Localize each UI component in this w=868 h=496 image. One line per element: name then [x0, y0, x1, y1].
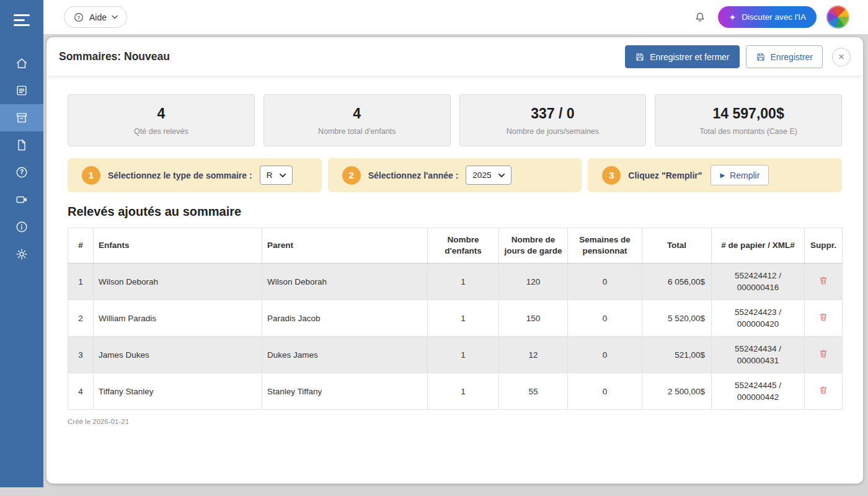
archive-icon: [15, 111, 29, 125]
cell-jours-garde: 150: [499, 300, 568, 337]
col-header-papier: # de papier / XML#: [712, 228, 805, 264]
cell-papier: 552424434 / 000000431: [712, 337, 805, 373]
ai-chat-button[interactable]: ✦ Discuter avec l'IA: [718, 6, 817, 28]
cell-papier: 552424445 / 000000442: [712, 373, 805, 410]
table-row: 4 Tiffany Stanley Stanley Tiffany 1 55 0…: [68, 373, 843, 410]
stat-label: Nombre de jours/semaines: [507, 127, 599, 136]
stat-card-enfants: 4 Nombre total d'enfants: [264, 94, 451, 146]
page-title: Sommaires: Nouveau: [59, 50, 170, 63]
col-header-total: Total: [642, 228, 712, 264]
trash-icon: [818, 312, 828, 322]
sidebar-item-list[interactable]: [0, 77, 43, 104]
stat-card-releves: 4 Qté des relevés: [68, 94, 255, 146]
sidebar-item-archive[interactable]: [0, 104, 43, 131]
save-and-close-button[interactable]: Enregistrer et fermer: [625, 45, 739, 68]
cell-enfant: James Dukes: [94, 337, 262, 373]
play-icon: ▶: [720, 172, 725, 179]
svg-text:?: ?: [78, 14, 81, 20]
content-area: Sommaires: Nouveau Enregistrer et fermer…: [43, 34, 868, 487]
avatar[interactable]: [826, 6, 849, 29]
sidebar-item-video[interactable]: [0, 186, 43, 213]
save-label: Enregistrer: [771, 52, 813, 62]
cell-total: 5 520,00$: [642, 300, 712, 337]
table-row: 2 William Paradis Paradis Jacob 1 150 0 …: [68, 300, 843, 337]
help-button[interactable]: ? Aide: [64, 6, 127, 28]
delete-row-button[interactable]: [817, 347, 830, 362]
save-button[interactable]: Enregistrer: [746, 45, 823, 68]
sidebar: ?: [0, 0, 43, 487]
close-icon: ×: [838, 51, 844, 62]
cell-nb-enfants: 1: [428, 300, 499, 337]
cell-nb-enfants: 1: [428, 264, 499, 300]
year-value: 2025: [472, 170, 491, 180]
stat-label: Total des montants (Case E): [699, 127, 797, 136]
stat-value: 4: [353, 105, 361, 122]
col-header-jours-garde: Nombre de jours de garde: [499, 228, 568, 264]
cell-semaines: 0: [568, 264, 642, 300]
cell-parent: Dukes James: [262, 337, 428, 373]
sidebar-item-info[interactable]: [0, 213, 43, 241]
topbar-right: ✦ Discuter avec l'IA: [692, 6, 849, 29]
video-icon: [15, 193, 29, 206]
year-select[interactable]: 2025: [466, 166, 512, 185]
stat-value: 337 / 0: [531, 105, 574, 122]
cell-jours-garde: 120: [499, 264, 568, 300]
col-header-enfants: Enfants: [94, 228, 262, 264]
settings-icon: [15, 247, 29, 261]
table-row: 3 James Dukes Dukes James 1 12 0 521,00$…: [68, 337, 843, 373]
sidebar-item-home[interactable]: [0, 50, 43, 77]
cell-enfant: Wilson Deborah: [94, 264, 262, 300]
main-column: ? Aide ✦ Discuter avec l'IA Sommaires: N…: [43, 0, 868, 487]
document-icon: [15, 138, 29, 152]
fill-button-label: Remplir: [730, 170, 760, 180]
section-title: Relevés ajoutés au sommaire: [68, 205, 842, 219]
card-header: Sommaires: Nouveau Enregistrer et fermer…: [46, 37, 863, 76]
summary-type-select[interactable]: R: [260, 166, 293, 185]
cell-semaines: 0: [568, 337, 642, 373]
cell-parent: Stanley Tiffany: [262, 373, 428, 410]
notifications-button[interactable]: [692, 9, 708, 25]
step-panel-type: 1 Sélectionnez le type de sommaire : R: [68, 158, 322, 192]
stat-card-jours: 337 / 0 Nombre de jours/semaines: [459, 94, 647, 146]
sidebar-nav: ?: [0, 50, 43, 268]
sparkle-icon: ✦: [728, 13, 736, 22]
fill-button[interactable]: ▶ Remplir: [711, 165, 769, 185]
cell-enfant: Tiffany Stanley: [94, 373, 262, 410]
save-icon: [635, 52, 645, 62]
stat-label: Qté des relevés: [134, 127, 188, 136]
close-button[interactable]: ×: [832, 48, 851, 66]
trash-icon: [818, 385, 828, 396]
cell-papier: 552424423 / 000000420: [712, 300, 805, 337]
steps-row: 1 Sélectionnez le type de sommaire : R 2…: [68, 158, 842, 192]
sidebar-item-help[interactable]: ?: [0, 159, 43, 186]
cell-jours-garde: 55: [499, 373, 568, 410]
save-icon: [756, 52, 766, 62]
svg-text:?: ?: [20, 169, 24, 175]
col-header-nb-enfants: Nombre d'enfants: [428, 228, 499, 264]
hamburger-icon: [14, 14, 30, 26]
trash-icon: [818, 275, 828, 286]
cell-suppr: [805, 264, 843, 300]
cell-semaines: 0: [568, 373, 642, 410]
step-label: Sélectionnez le type de sommaire :: [108, 170, 252, 180]
releves-table: # Enfants Parent Nombre d'enfants Nombre…: [68, 228, 843, 410]
delete-row-button[interactable]: [817, 274, 830, 289]
chevron-down-icon: [280, 174, 286, 177]
step-number-badge: 2: [342, 166, 361, 185]
delete-row-button[interactable]: [817, 384, 830, 399]
col-header-suppr: Suppr.: [805, 228, 843, 264]
menu-toggle-button[interactable]: [0, 9, 43, 31]
cell-enfant: William Paradis: [94, 300, 262, 337]
card-body: 4 Qté des relevés 4 Nombre total d'enfan…: [46, 76, 863, 484]
step-number-badge: 1: [82, 166, 100, 185]
sidebar-item-settings[interactable]: [0, 241, 43, 268]
cell-num: 1: [68, 264, 94, 300]
col-header-parent: Parent: [262, 228, 428, 264]
delete-row-button[interactable]: [817, 311, 830, 326]
cell-parent: Paradis Jacob: [262, 300, 428, 337]
sidebar-item-document[interactable]: [0, 131, 43, 159]
col-header-index: #: [68, 228, 94, 264]
cell-nb-enfants: 1: [428, 337, 499, 373]
bell-icon: [694, 11, 706, 24]
app-root: ? ? Aide ✦: [0, 0, 868, 487]
